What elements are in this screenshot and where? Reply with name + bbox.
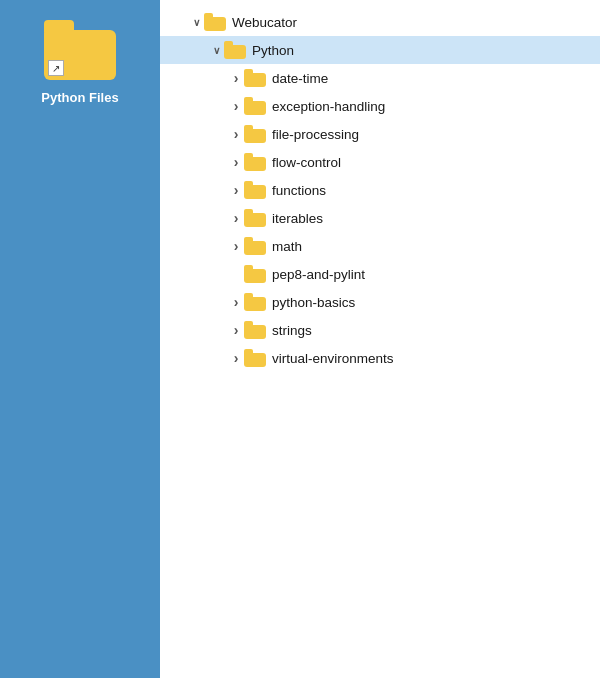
chevron-right-icon	[228, 294, 244, 310]
sidebar-label: Python Files	[41, 90, 118, 105]
tree-item-label: math	[272, 239, 302, 254]
tree-item-label: Python	[252, 43, 294, 58]
tree-item-label: python-basics	[272, 295, 355, 310]
shortcut-arrow-icon: ↗	[48, 60, 64, 76]
tree-item-flow-control[interactable]: flow-control	[160, 148, 600, 176]
chevron-right-icon	[228, 126, 244, 142]
folder-icon-virtual-environments	[244, 349, 266, 367]
tree-item-file-processing[interactable]: file-processing	[160, 120, 600, 148]
tree-item-label: exception-handling	[272, 99, 385, 114]
chevron-down-icon	[188, 14, 204, 30]
tree-item-pep8-and-pylint[interactable]: pep8-and-pylint	[160, 260, 600, 288]
tree-item-webucator[interactable]: Webucator	[160, 8, 600, 36]
folder-icon-date-time	[244, 69, 266, 87]
folder-body: ↗	[44, 30, 116, 80]
folder-icon-functions	[244, 181, 266, 199]
tree-item-label: date-time	[272, 71, 328, 86]
chevron-right-icon	[228, 210, 244, 226]
tree-item-label: file-processing	[272, 127, 359, 142]
tree-item-label: flow-control	[272, 155, 341, 170]
file-tree: Webucator Python date-time exception-han…	[160, 0, 600, 678]
sidebar: ↗ Python Files	[0, 0, 160, 678]
sidebar-folder-icon: ↗	[44, 20, 116, 80]
tree-item-label: Webucator	[232, 15, 297, 30]
tree-item-label: functions	[272, 183, 326, 198]
tree-item-python-basics[interactable]: python-basics	[160, 288, 600, 316]
tree-item-exception-handling[interactable]: exception-handling	[160, 92, 600, 120]
tree-item-math[interactable]: math	[160, 232, 600, 260]
chevron-down-icon	[208, 42, 224, 58]
folder-icon-python-basics	[244, 293, 266, 311]
folder-icon-python	[224, 41, 246, 59]
folder-icon-flow-control	[244, 153, 266, 171]
tree-item-functions[interactable]: functions	[160, 176, 600, 204]
tree-item-virtual-environments[interactable]: virtual-environments	[160, 344, 600, 372]
tree-item-iterables[interactable]: iterables	[160, 204, 600, 232]
chevron-right-icon	[228, 98, 244, 114]
chevron-right-icon	[228, 182, 244, 198]
chevron-right-icon	[228, 154, 244, 170]
tree-item-label: pep8-and-pylint	[272, 267, 365, 282]
folder-icon-math	[244, 237, 266, 255]
folder-icon-iterables	[244, 209, 266, 227]
chevron-right-icon	[228, 350, 244, 366]
chevron-right-icon	[228, 322, 244, 338]
tree-item-label: iterables	[272, 211, 323, 226]
chevron-right-icon	[228, 70, 244, 86]
folder-icon-file-processing	[244, 125, 266, 143]
folder-icon-exception-handling	[244, 97, 266, 115]
tree-item-label: strings	[272, 323, 312, 338]
folder-icon-pep8-and-pylint	[244, 265, 266, 283]
folder-icon-strings	[244, 321, 266, 339]
folder-icon-webucator	[204, 13, 226, 31]
tree-item-label: virtual-environments	[272, 351, 394, 366]
tree-item-date-time[interactable]: date-time	[160, 64, 600, 92]
chevron-right-icon	[228, 238, 244, 254]
tree-item-strings[interactable]: strings	[160, 316, 600, 344]
tree-item-python[interactable]: Python	[160, 36, 600, 64]
